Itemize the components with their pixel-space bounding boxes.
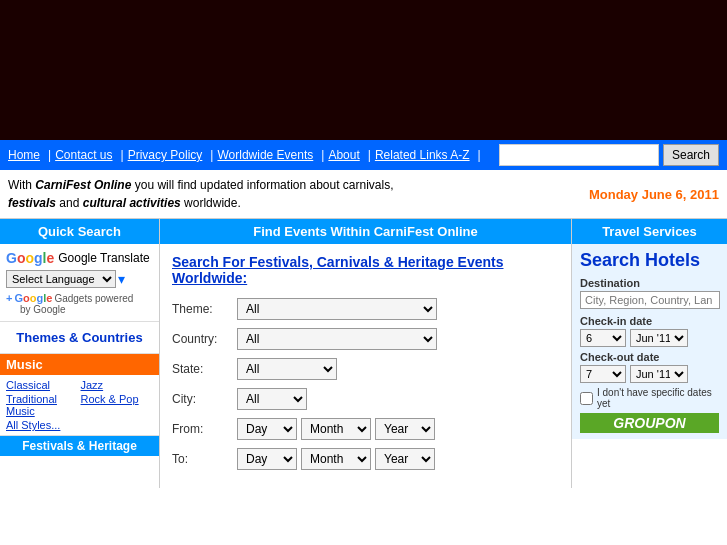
mid-col-header: Find Events Within CarniFest Online: [160, 219, 571, 244]
city-row: City: All: [172, 388, 559, 410]
nav-sep-3: |: [210, 148, 213, 162]
checkin-label: Check-in date: [580, 315, 719, 327]
nav-home[interactable]: Home: [8, 148, 40, 162]
right-column: Travel Services Search Hotels Destinatio…: [572, 219, 727, 488]
hotels-search-panel: Search Hotels Destination Check-in date …: [572, 244, 727, 439]
to-month-select[interactable]: Month: [301, 448, 371, 470]
tagline-bar: With CarniFest Online you will find upda…: [0, 170, 727, 219]
music-header: Music: [0, 354, 159, 375]
to-year-select[interactable]: Year: [375, 448, 435, 470]
checkin-day-select[interactable]: 6: [580, 329, 626, 347]
search-button[interactable]: Search: [663, 144, 719, 166]
from-month-select[interactable]: Month: [301, 418, 371, 440]
from-label: From:: [172, 422, 237, 436]
dropdown-arrow-icon: ▾: [118, 271, 125, 287]
festivals-heritage-header: Festivals & Heritage: [0, 436, 159, 456]
music-rock-pop[interactable]: Rock & Pop: [81, 393, 154, 417]
from-year-select[interactable]: Year: [375, 418, 435, 440]
checkout-day-select[interactable]: 7: [580, 365, 626, 383]
destination-label: Destination: [580, 277, 719, 289]
right-col-header: Travel Services: [572, 219, 727, 244]
to-row: To: Day Month Year: [172, 448, 559, 470]
country-row: Country: All: [172, 328, 559, 350]
no-dates-checkbox[interactable]: [580, 392, 593, 405]
no-dates-label: I don't have specific dates yet: [597, 387, 719, 409]
left-col-header: Quick Search: [0, 219, 159, 244]
mid-column: Find Events Within CarniFest Online Sear…: [160, 219, 572, 488]
current-date: Monday June 6, 2011: [589, 187, 719, 202]
themes-countries-link[interactable]: Themes & Countries: [16, 330, 142, 345]
columns-wrap: Quick Search Google Google Translate Sel…: [0, 219, 727, 488]
music-section: Music Classical Jazz Traditional Music R…: [0, 354, 159, 436]
nav-contact[interactable]: Contact us: [55, 148, 112, 162]
google-translate-title-row: Google Google Translate: [6, 250, 153, 266]
nav-sep-4: |: [321, 148, 324, 162]
translate-label: Google Translate: [58, 251, 149, 265]
nav-privacy[interactable]: Privacy Policy: [128, 148, 203, 162]
from-day-select[interactable]: Day: [237, 418, 297, 440]
music-classical[interactable]: Classical: [6, 379, 79, 391]
left-column: Quick Search Google Google Translate Sel…: [0, 219, 160, 488]
google-small-logo: Google: [14, 292, 52, 304]
language-select[interactable]: Select Language: [6, 270, 116, 288]
themes-countries-section: Themes & Countries: [0, 322, 159, 354]
events-search-form: Search For Festivals, Carnivals & Herita…: [160, 244, 571, 488]
city-label: City:: [172, 392, 237, 406]
country-select[interactable]: All: [237, 328, 437, 350]
theme-select[interactable]: All: [237, 298, 437, 320]
checkout-label: Check-out date: [580, 351, 719, 363]
nav-related-links[interactable]: Related Links A-Z: [375, 148, 470, 162]
music-jazz[interactable]: Jazz: [81, 379, 154, 391]
site-name: CarniFest Online: [35, 178, 131, 192]
to-date-group: Day Month Year: [237, 448, 435, 470]
nav-sep-6: |: [478, 148, 481, 162]
hotels-title: Search Hotels: [580, 250, 719, 271]
groupon-banner[interactable]: GROUPON: [580, 413, 719, 433]
state-row: State: All: [172, 358, 559, 380]
no-dates-row: I don't have specific dates yet: [580, 387, 719, 409]
cultural-word: cultural activities: [83, 196, 181, 210]
music-traditional[interactable]: Traditional Music: [6, 393, 79, 417]
search-input[interactable]: [499, 144, 659, 166]
form-title: Search For Festivals, Carnivals & Herita…: [172, 254, 559, 286]
festivals-word: festivals: [8, 196, 56, 210]
google-translate-box: Google Google Translate Select Language …: [0, 244, 159, 322]
city-select[interactable]: All: [237, 388, 307, 410]
checkin-date-row: 6 Jun '11: [580, 329, 719, 347]
nav-sep-2: |: [121, 148, 124, 162]
plus-google-icon: +: [6, 292, 12, 304]
google-logo: Google: [6, 250, 54, 266]
state-label: State:: [172, 362, 237, 376]
gadgets-row: + Google Gadgets powered: [6, 292, 153, 304]
by-google-label: by Google: [6, 304, 153, 315]
lang-select-row: Select Language ▾: [6, 270, 153, 288]
destination-input[interactable]: [580, 291, 720, 309]
nav-worldwide-events[interactable]: Worldwide Events: [217, 148, 313, 162]
nav-search-form: Search: [499, 144, 719, 166]
checkout-date-row: 7 Jun '11: [580, 365, 719, 383]
theme-row: Theme: All: [172, 298, 559, 320]
checkout-month-select[interactable]: Jun '11: [630, 365, 688, 383]
nav-about[interactable]: About: [328, 148, 359, 162]
nav-sep-5: |: [368, 148, 371, 162]
to-day-select[interactable]: Day: [237, 448, 297, 470]
state-select[interactable]: All: [237, 358, 337, 380]
from-row: From: Day Month Year: [172, 418, 559, 440]
gadgets-powered-label: Gadgets powered: [54, 293, 133, 304]
checkin-month-select[interactable]: Jun '11: [630, 329, 688, 347]
to-label: To:: [172, 452, 237, 466]
from-date-group: Day Month Year: [237, 418, 435, 440]
music-all-styles[interactable]: All Styles...: [6, 419, 153, 431]
nav-sep-1: |: [48, 148, 51, 162]
groupon-label: GROUPON: [613, 415, 685, 431]
nav-bar: Home | Contact us | Privacy Policy | Wor…: [0, 140, 727, 170]
header-banner: [0, 0, 727, 140]
music-links: Classical Jazz Traditional Music Rock & …: [0, 375, 159, 436]
tagline-text: With CarniFest Online you will find upda…: [8, 176, 394, 212]
theme-label: Theme:: [172, 302, 237, 316]
country-label: Country:: [172, 332, 237, 346]
